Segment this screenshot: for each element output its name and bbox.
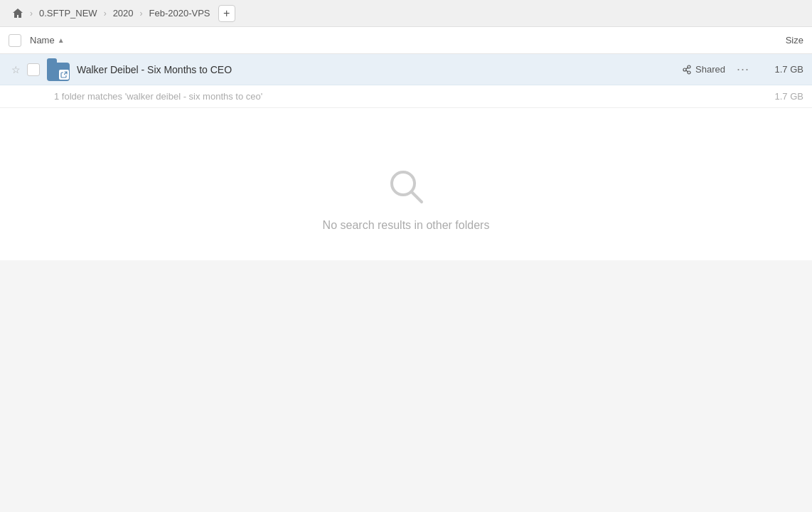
more-options-button[interactable]: ···: [737, 62, 749, 77]
shared-label: Shared: [695, 64, 725, 75]
size-column-header[interactable]: Size: [747, 35, 803, 46]
empty-state: No search results in other folders: [0, 108, 812, 260]
table-header: Name ▲ Size: [0, 27, 812, 54]
svg-point-1: [683, 68, 686, 71]
sort-arrow-icon: ▲: [58, 36, 65, 44]
star-icon: ☆: [11, 64, 21, 75]
add-tab-button[interactable]: +: [218, 5, 235, 22]
select-all-checkbox[interactable]: [9, 34, 21, 47]
star-button[interactable]: ☆: [9, 63, 23, 77]
name-label: Name: [30, 35, 55, 46]
svg-line-3: [686, 68, 688, 69]
breadcrumb-sftp[interactable]: 0.SFTP_NEW: [36, 6, 101, 21]
row-size: 1.7 GB: [761, 64, 803, 75]
match-size: 1.7 GB: [761, 91, 803, 102]
svg-line-4: [686, 70, 688, 72]
row-checkbox[interactable]: [27, 63, 40, 76]
breadcrumb-sep-2: ›: [104, 9, 107, 18]
file-row[interactable]: ☆ Walker Deibel - Six Months to CEO Shar…: [0, 54, 812, 85]
name-column-header[interactable]: Name ▲: [30, 35, 747, 46]
no-results-search-icon: [385, 165, 427, 208]
match-info-row: 1 folder matches 'walker deibel - six mo…: [0, 85, 812, 108]
breadcrumb: › 0.SFTP_NEW › 2020 › Feb-2020-VPS +: [0, 0, 812, 27]
svg-line-6: [412, 192, 422, 203]
breadcrumb-sep-1: ›: [30, 9, 33, 18]
shared-badge: Shared: [682, 64, 725, 75]
no-results-text: No search results in other folders: [323, 219, 490, 232]
match-info-text: 1 folder matches 'walker deibel - six mo…: [54, 91, 761, 102]
home-button[interactable]: [9, 6, 27, 21]
breadcrumb-2020[interactable]: 2020: [109, 6, 137, 21]
folder-icon: [47, 58, 70, 81]
folder-name: Walker Deibel - Six Months to CEO: [77, 64, 682, 75]
breadcrumb-sep-3: ›: [140, 9, 143, 18]
link-overlay-icon: [59, 70, 69, 80]
breadcrumb-feb2020vps[interactable]: Feb-2020-VPS: [146, 6, 214, 21]
